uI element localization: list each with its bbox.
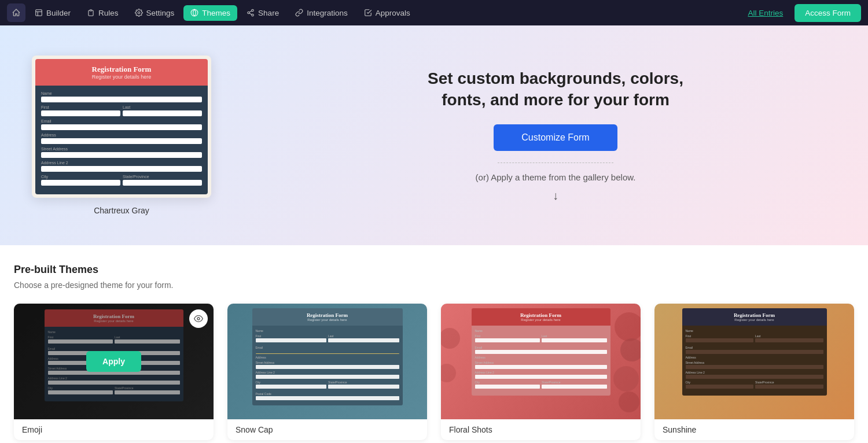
svg-point-16 (441, 364, 456, 382)
svg-point-5 (252, 9, 254, 12)
svg-line-8 (249, 13, 252, 14)
hero-form-name: Chartreux Gray (94, 206, 149, 215)
svg-point-7 (252, 14, 254, 16)
nav-rules[interactable]: Rules (80, 5, 126, 21)
gallery-subtitle: Choose a pre-designed theme for your for… (14, 280, 854, 290)
preview-form-subtitle: Register your details here (42, 74, 201, 80)
theme-snowcap-preview: Registration Form Register your details … (227, 304, 427, 419)
svg-point-11 (615, 312, 641, 341)
theme-floral-preview: Registration Form Register your details … (441, 304, 641, 419)
access-form-button[interactable]: Access Form (795, 4, 861, 22)
navigation: Builder Rules Settings Themes Share Inte… (0, 0, 868, 25)
svg-line-9 (249, 11, 252, 12)
nav-share[interactable]: Share (240, 5, 286, 21)
svg-point-10 (197, 318, 200, 320)
preview-form-body: Name First Last Email Address Street Add… (35, 86, 208, 194)
svg-point-14 (619, 392, 639, 412)
theme-snowcap-name: Snow Cap (227, 419, 427, 440)
nav-builder[interactable]: Builder (28, 5, 78, 21)
hero-preview-area: Registration Form Register your details … (0, 25, 243, 245)
svg-point-3 (138, 12, 140, 14)
theme-emoji-preview: Registration Form Register your details … (14, 304, 214, 419)
svg-rect-0 (36, 10, 42, 16)
all-entries-link[interactable]: All Entries (748, 9, 783, 17)
apply-emoji-button[interactable]: Apply (86, 351, 141, 372)
theme-card-floral[interactable]: Registration Form Register your details … (441, 304, 641, 440)
nav-themes[interactable]: Themes (183, 5, 237, 21)
customize-form-button[interactable]: Customize Form (494, 124, 617, 151)
svg-point-4 (191, 9, 198, 16)
hero-title: Set custom backgrounds, colors, fonts, a… (411, 68, 700, 110)
svg-point-12 (620, 338, 641, 361)
preview-form-title: Registration Form (42, 65, 201, 74)
hero-cta-area: Set custom backgrounds, colors, fonts, a… (243, 25, 868, 245)
svg-point-13 (613, 366, 639, 392)
theme-emoji-name: Emoji (14, 419, 214, 440)
theme-floral-name: Floral Shots (441, 419, 641, 440)
theme-card-sunshine[interactable]: Registration Form Register your details … (654, 304, 854, 440)
hero-divider (498, 163, 613, 163)
form-preview-card: Registration Form Register your details … (32, 56, 211, 198)
nav-integrations[interactable]: Integrations (288, 5, 355, 21)
theme-gallery: Pre-built Themes Choose a pre-designed t… (0, 245, 868, 443)
preview-header: Registration Form Register your details … (35, 59, 208, 86)
home-button[interactable] (7, 3, 25, 22)
nav-settings[interactable]: Settings (128, 5, 182, 21)
hero-or-text: (or) Apply a theme from the gallery belo… (476, 172, 636, 182)
hero-arrow: ↓ (553, 189, 558, 202)
gallery-title: Pre-built Themes (14, 264, 854, 276)
svg-point-15 (441, 328, 460, 349)
theme-card-snowcap[interactable]: Registration Form Register your details … (227, 304, 427, 440)
themes-grid: Registration Form Register your details … (14, 304, 854, 440)
nav-approvals[interactable]: Approvals (357, 5, 417, 21)
svg-point-6 (248, 12, 250, 14)
theme-card-emoji[interactable]: Registration Form Register your details … (14, 304, 214, 440)
hero-section: Registration Form Register your details … (0, 25, 868, 245)
preview-emoji-button[interactable] (189, 309, 208, 328)
theme-sunshine-name: Sunshine (654, 419, 854, 440)
theme-overlay-emoji: Apply (14, 304, 214, 419)
theme-sunshine-preview: Registration Form Register your details … (654, 304, 854, 419)
